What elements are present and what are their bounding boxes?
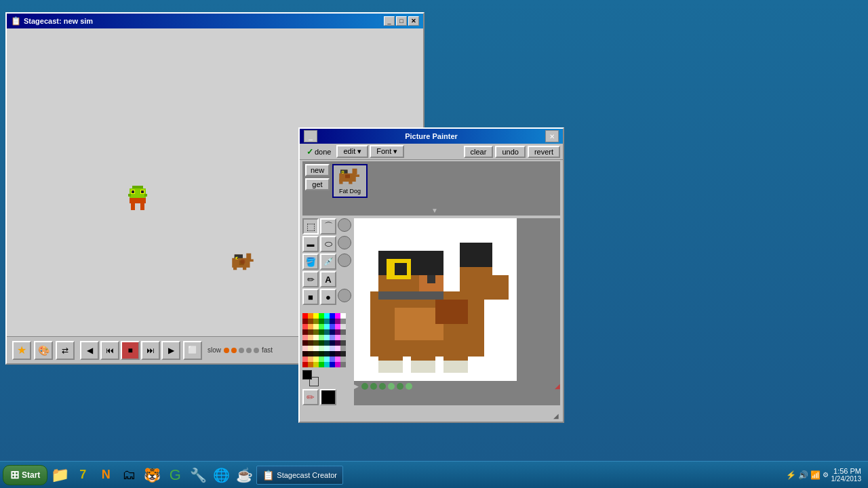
color-swatch-34[interactable] <box>313 335 319 340</box>
clear-button[interactable]: clear <box>464 146 494 158</box>
color-swatch-13[interactable] <box>330 319 335 324</box>
color-swatch-3[interactable] <box>319 313 324 319</box>
color-swatch-4[interactable] <box>324 313 330 319</box>
color-swatch-16[interactable] <box>302 324 308 329</box>
frame-dot-6[interactable] <box>406 383 412 390</box>
color-swatch-0[interactable] <box>302 313 308 319</box>
color-swatch-77[interactable] <box>330 362 335 367</box>
color-swatch-46[interactable] <box>335 340 340 346</box>
painter-close[interactable]: ✕ <box>545 130 559 142</box>
color-swatch-55[interactable] <box>340 346 346 351</box>
oval-tool[interactable]: ⬭ <box>320 236 336 252</box>
color-swatch-74[interactable] <box>313 362 319 367</box>
lasso-tool[interactable]: ⌒ <box>320 218 336 235</box>
color-swatch-18[interactable] <box>313 324 319 329</box>
alien-sprite[interactable] <box>125 184 150 213</box>
color-swatch-57[interactable] <box>308 351 313 357</box>
play-button[interactable]: ▶ <box>161 341 180 360</box>
color-swatch-19[interactable] <box>319 324 324 329</box>
color-swatch-67[interactable] <box>319 357 324 362</box>
color-swatch-51[interactable] <box>319 346 324 351</box>
color-swatch-26[interactable] <box>313 329 319 335</box>
color-swatch-66[interactable] <box>313 357 319 362</box>
taskbar-app-game[interactable]: 🐯 <box>141 464 163 486</box>
fullscreen-button[interactable]: ⬜ <box>183 341 202 360</box>
start-button[interactable]: ⊞ Start <box>3 465 47 485</box>
color-swatch-63[interactable] <box>340 351 346 357</box>
color-swatch-20[interactable] <box>324 324 330 329</box>
color-swatch-69[interactable] <box>330 357 335 362</box>
color-swatch-24[interactable] <box>302 329 308 335</box>
color-swatch-70[interactable] <box>335 357 340 362</box>
color-swatch-53[interactable] <box>330 346 335 351</box>
color-swatch-59[interactable] <box>319 351 324 357</box>
color-swatch-73[interactable] <box>308 362 313 367</box>
color-swatch-27[interactable] <box>319 329 324 335</box>
color-swatch-31[interactable] <box>340 329 346 335</box>
color-swatch-75[interactable] <box>319 362 324 367</box>
rect-select-tool[interactable]: ⬚ <box>302 218 319 235</box>
taskbar-app-wrench[interactable]: 🔧 <box>187 464 209 486</box>
brush-size-1[interactable] <box>338 218 351 232</box>
undo-button[interactable]: undo <box>495 146 525 158</box>
taskbar-app-chrome[interactable]: 🌐 <box>210 464 232 486</box>
palette-button[interactable]: 🎨 <box>34 341 53 360</box>
color-swatch-8[interactable] <box>302 319 308 324</box>
color-swatch-9[interactable] <box>308 319 313 324</box>
color-swatch-37[interactable] <box>330 335 335 340</box>
color-swatch-38[interactable] <box>335 335 340 340</box>
color-swatch-50[interactable] <box>313 346 319 351</box>
color-swatch-2[interactable] <box>313 313 319 319</box>
paint-bucket-tool[interactable]: 🪣 <box>302 253 319 270</box>
color-swatch-39[interactable] <box>340 335 346 340</box>
paint-canvas[interactable] <box>354 218 517 381</box>
stop-button[interactable]: ■ <box>121 341 140 360</box>
frame-dot-2[interactable] <box>370 383 377 390</box>
maximize-button[interactable]: □ <box>396 16 407 26</box>
black-color-swatch[interactable] <box>320 389 336 405</box>
color-swatch-43[interactable] <box>319 340 324 346</box>
taskbar-app-explorer[interactable]: 📁 <box>49 464 71 486</box>
revert-button[interactable]: revert <box>528 146 560 158</box>
dropper-tool[interactable]: 💉 <box>320 253 336 270</box>
color-swatch-61[interactable] <box>330 351 335 357</box>
color-swatch-32[interactable] <box>302 335 308 340</box>
color-swatch-68[interactable] <box>324 357 330 362</box>
color-swatch-60[interactable] <box>324 351 330 357</box>
frame-dot-4[interactable] <box>388 383 395 390</box>
color-swatch-14[interactable] <box>335 319 340 324</box>
frame-dot-5[interactable] <box>397 383 403 390</box>
color-swatch-1[interactable] <box>308 313 313 319</box>
color-swatch-58[interactable] <box>313 351 319 357</box>
painter-minimize[interactable]: _ <box>304 130 317 142</box>
minimize-button[interactable]: _ <box>384 16 395 26</box>
dog-sprite-canvas[interactable] <box>231 252 255 271</box>
color-swatch-40[interactable] <box>302 340 308 346</box>
square-tool[interactable]: ■ <box>302 289 319 305</box>
color-swatch-54[interactable] <box>335 346 340 351</box>
eraser-tool[interactable] <box>338 289 351 302</box>
color-swatch-47[interactable] <box>340 340 346 346</box>
pencil-active-tool[interactable]: ✏ <box>302 389 319 405</box>
color-swatch-36[interactable] <box>324 335 330 340</box>
color-swatch-22[interactable] <box>335 324 340 329</box>
step-forward-button[interactable]: ⏭ <box>141 341 160 360</box>
font-menu[interactable]: Font ▾ <box>370 145 404 158</box>
color-swatch-76[interactable] <box>324 362 330 367</box>
step-back-button[interactable]: ⏮ <box>100 341 119 360</box>
color-swatch-11[interactable] <box>319 319 324 324</box>
rewind-button[interactable]: ◀ <box>80 341 99 360</box>
new-sprite-button[interactable]: new <box>305 164 330 176</box>
close-button[interactable]: ✕ <box>408 16 419 26</box>
color-swatch-35[interactable] <box>319 335 324 340</box>
color-swatch-72[interactable] <box>302 362 308 367</box>
color-swatch-15[interactable] <box>340 319 346 324</box>
pencil-tool[interactable]: ✏ <box>302 271 319 287</box>
get-sprite-button[interactable]: get <box>305 178 330 190</box>
color-swatch-45[interactable] <box>330 340 335 346</box>
taskbar-app-g[interactable]: G <box>164 464 186 486</box>
color-swatch-79[interactable] <box>340 362 346 367</box>
text-tool[interactable]: A <box>320 271 336 287</box>
color-swatch-49[interactable] <box>308 346 313 351</box>
resize-handle[interactable]: ◢ <box>555 382 560 390</box>
